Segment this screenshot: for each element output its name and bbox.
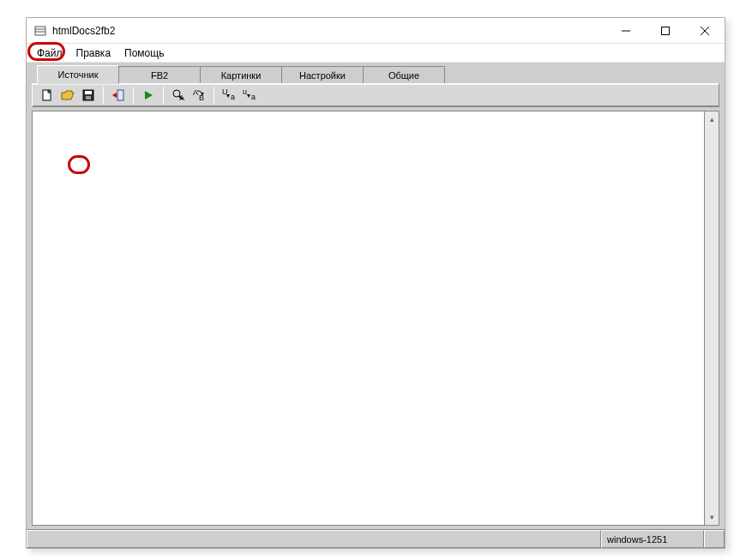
new-file-icon xyxy=(40,88,54,102)
open-folder-icon xyxy=(61,88,75,102)
source-editor[interactable] xyxy=(32,111,704,526)
close-button[interactable] xyxy=(685,18,725,44)
toolbar-separator xyxy=(163,87,164,104)
status-encoding: windows-1251 xyxy=(601,530,704,548)
window-title: htmlDocs2fb2 xyxy=(52,25,115,37)
svg-marker-14 xyxy=(145,91,153,99)
find-button[interactable]: A xyxy=(169,86,188,105)
tab-source-label: Источник xyxy=(58,69,99,80)
menu-help[interactable]: Помощь xyxy=(117,45,171,61)
svg-text:u: u xyxy=(243,88,247,96)
svg-text:A: A xyxy=(179,93,184,102)
svg-text:B: B xyxy=(199,93,204,102)
lowercase-button[interactable]: U a xyxy=(220,86,238,105)
uppercase-icon: u a xyxy=(242,88,257,102)
status-main xyxy=(27,530,601,548)
tab-settings-label: Настройки xyxy=(299,70,346,81)
insert-icon xyxy=(111,88,125,102)
svg-text:A: A xyxy=(193,88,198,97)
menu-edit-label: Правка xyxy=(76,47,111,59)
titlebar: htmlDocs2fb2 xyxy=(27,18,725,44)
tab-settings[interactable]: Настройки xyxy=(281,66,364,83)
toolbar-separator xyxy=(214,87,214,104)
svg-rect-10 xyxy=(85,91,92,94)
svg-rect-4 xyxy=(662,27,670,34)
vertical-scrollbar[interactable]: ▴ ▾ xyxy=(704,111,719,526)
lowercase-icon: U a xyxy=(221,88,237,102)
statusbar: windows-1251 xyxy=(27,529,725,548)
save-disk-icon xyxy=(81,88,95,102)
tab-source[interactable]: Источник xyxy=(37,65,119,84)
app-window: htmlDocs2fb2 Файл Правка Помощь Ис xyxy=(26,17,725,549)
svg-text:a: a xyxy=(251,93,256,101)
scroll-down-icon[interactable]: ▾ xyxy=(705,509,719,525)
minimize-button[interactable] xyxy=(606,18,646,44)
menu-file-label: Файл xyxy=(37,47,63,59)
new-button[interactable] xyxy=(38,86,57,105)
toolbar-separator xyxy=(133,87,134,104)
save-button[interactable] xyxy=(79,86,98,105)
tab-general[interactable]: Общие xyxy=(363,66,445,83)
tabstrip: Источник FB2 Картинки Настройки Общие xyxy=(27,64,725,83)
toolbar: A A B U a xyxy=(33,84,719,106)
play-icon xyxy=(142,89,154,101)
tab-pictures-label: Картинки xyxy=(221,70,262,81)
svg-marker-8 xyxy=(62,91,74,99)
menu-help-label: Помощь xyxy=(124,47,164,59)
svg-marker-22 xyxy=(226,94,230,98)
tabpage-source: A A B U a xyxy=(32,83,719,107)
svg-rect-11 xyxy=(86,96,91,99)
replace-icon: A B xyxy=(192,88,206,102)
client-area: Источник FB2 Картинки Настройки Общие xyxy=(27,63,725,548)
status-encoding-label: windows-1251 xyxy=(607,534,667,545)
tab-fb2-label: FB2 xyxy=(151,70,168,81)
menu-file[interactable]: Файл xyxy=(30,45,69,61)
resize-grip[interactable] xyxy=(704,530,725,548)
find-icon: A xyxy=(171,88,185,102)
svg-text:a: a xyxy=(231,93,235,101)
toolbar-separator xyxy=(103,87,104,104)
editor-area: ▴ ▾ xyxy=(32,111,719,526)
svg-marker-25 xyxy=(247,94,250,98)
replace-button[interactable]: A B xyxy=(190,86,208,105)
menubar: Файл Правка Помощь xyxy=(27,44,725,63)
tab-fb2[interactable]: FB2 xyxy=(118,66,201,83)
window-controls xyxy=(606,18,725,44)
tab-general-label: Общие xyxy=(388,70,419,81)
svg-marker-13 xyxy=(112,93,117,98)
menu-edit[interactable]: Правка xyxy=(69,45,118,61)
open-button[interactable] xyxy=(58,86,77,105)
maximize-button[interactable] xyxy=(646,18,685,44)
app-icon xyxy=(33,25,47,37)
uppercase-button[interactable]: u a xyxy=(240,86,259,105)
tab-pictures[interactable]: Картинки xyxy=(200,66,282,83)
run-button[interactable] xyxy=(139,86,158,105)
svg-rect-12 xyxy=(117,90,123,100)
scroll-up-icon[interactable]: ▴ xyxy=(705,111,719,127)
insert-button[interactable] xyxy=(109,86,128,105)
svg-rect-0 xyxy=(35,27,45,35)
